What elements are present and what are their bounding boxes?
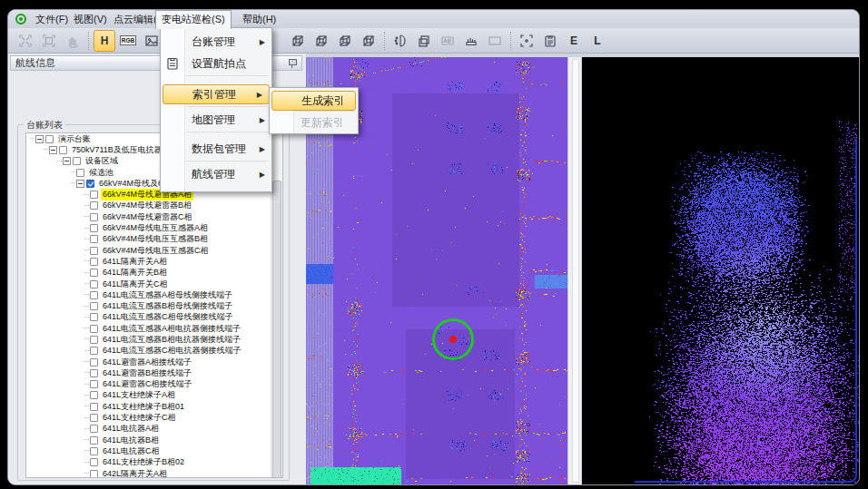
tree-item-label[interactable]: 候选池 [87,167,115,179]
tree-item-label[interactable]: 641L隔离开关B相 [101,267,169,279]
tree-item[interactable]: 66kV#4M母线避雷器C相 [26,211,282,222]
tree-checkbox[interactable] [90,201,98,210]
menu-item-route-management[interactable]: 航线管理▶ [161,164,271,184]
tree-item-label[interactable]: 641L电流互感器A相母线侧接线端子 [101,289,234,301]
tree-item-label[interactable]: 750kV711B及低压电抗器区 [70,144,173,156]
tree-item[interactable]: 641L隔离开关C相 [26,279,282,289]
tree-checkbox[interactable] [90,235,98,243]
tree-item[interactable]: 641L电抗器C相 [26,445,282,456]
depth-image-panel[interactable] [582,57,859,484]
tree-item[interactable]: 66kV#4M母线避雷器B相 [26,200,282,211]
tree-item-label[interactable]: 641L电抗器B相 [101,435,161,446]
tree-checkbox[interactable] [90,269,98,277]
tree-checkbox[interactable] [90,436,98,445]
tree-item[interactable]: 66kV#4M母线电压互感器A相 [26,222,282,233]
tree-checkbox[interactable] [90,280,98,289]
tree-item[interactable]: 641L电流互感器A相母线侧接线端子 [26,289,282,300]
tree-checkbox[interactable] [90,325,98,333]
height-color-toggle-button[interactable]: H [94,30,115,52]
cube-back-icon[interactable] [358,30,380,52]
l-tool-button[interactable]: L [587,30,608,52]
cube-inner-icon[interactable] [334,30,356,52]
tree-item[interactable]: 641L支柱绝缘子B相02 [26,457,282,468]
tree-item-label[interactable]: 66kV#4M母线电压互感器C相 [101,245,211,257]
tree-item-label[interactable]: 66kV#4M母线避雷器B相 [101,200,193,211]
menu-item-ledger-management[interactable]: 台账管理▶ [161,32,271,52]
e-tool-button[interactable]: E [563,30,585,52]
collapse-icon[interactable] [35,135,44,143]
tree-checkbox[interactable] [76,169,84,177]
tree-item[interactable]: 641L电流互感器B相母线侧接线端子 [26,300,282,311]
tree-item-label[interactable]: 演示台账 [56,133,93,145]
tree-item[interactable]: 641L电抗器B相 [26,435,282,445]
tree-item[interactable]: 641L支柱绝缘子B相01 [26,401,282,412]
tree-item-label[interactable]: 641L避雷器C相接线端子 [101,378,194,390]
tree-scrollbar-thumb[interactable] [272,181,281,478]
tree-checkbox[interactable] [90,313,98,321]
tree-checkbox[interactable] [90,414,98,422]
tree-item[interactable]: 641L支柱绝缘子C相 [26,412,282,423]
tree-item[interactable]: 641L电抗器A相 [26,424,282,435]
tree-item-label[interactable]: 642L隔离开关A相 [101,468,169,478]
tree-checkbox[interactable] [90,213,98,221]
menu-file[interactable]: 文件(F) [30,10,74,28]
tree-checkbox[interactable] [90,425,98,433]
tree-item-label[interactable]: 641L支柱绝缘子A相 [101,389,177,401]
tree-item-label[interactable]: 641L避雷器A相接线端子 [101,357,193,368]
tree-item-label[interactable]: 641L电流互感器A相电抗器侧接线端子 [101,323,242,335]
tree-checkbox[interactable] [90,336,98,344]
tree-item-label[interactable]: 641L支柱绝缘子B相01 [101,401,186,413]
tree-item[interactable]: 641L避雷器C相接线端子 [26,379,282,390]
tree-item[interactable]: 642L隔离开关A相 [26,468,282,478]
viewport-scrollbar[interactable] [567,57,582,484]
point-density-icon[interactable] [390,30,411,52]
tree-checkbox[interactable] [90,447,98,455]
collapse-icon[interactable] [63,157,71,165]
tree-checkbox[interactable] [90,391,98,399]
tree-item[interactable]: 641L电流互感器C相母线侧接线端子 [26,312,282,323]
tree-checkbox[interactable] [90,347,98,355]
tree-item-label[interactable]: 641L电流互感器B相电抗器侧接线端子 [101,334,242,346]
tree-checkbox[interactable] [73,157,81,165]
focus-target-icon[interactable] [516,30,538,52]
tree-item[interactable]: 641L电流互感器C相电抗器侧接线端子 [26,346,282,357]
tree-checkbox[interactable] [90,191,98,199]
tree-item[interactable]: 641L避雷器B相接线端子 [26,367,282,378]
menu-item-generate-index[interactable]: 生成索引 [271,91,356,111]
rect-select-icon[interactable] [484,30,506,52]
tree-item-label[interactable]: 641L隔离开关A相 [101,256,169,268]
menu-substation-inspection[interactable]: 变电站巡检(S) [155,10,232,29]
menu-item-index-management[interactable]: 索引管理▶ [163,84,270,104]
tree-checkbox[interactable] [90,403,98,411]
tree-item[interactable]: 641L避雷器A相接线端子 [26,357,282,367]
tree-checkbox[interactable] [90,258,98,266]
tree-item[interactable]: 641L支柱绝缘子A相 [26,390,282,401]
pin-icon[interactable] [289,59,297,65]
tree-item-label[interactable]: 641L支柱绝缘子B相02 [101,456,186,468]
tree-item[interactable]: 641L电流互感器B相电抗器侧接线端子 [26,334,282,345]
tree-item-label[interactable]: 641L电流互感器C相母线侧接线端子 [101,311,235,323]
menu-view[interactable]: 视图(V) [68,10,113,28]
paint-tool-icon[interactable] [460,30,482,52]
tree-item-label[interactable]: 66kV#4M母线电压互感器B相 [101,233,210,245]
tree-checkbox[interactable] [90,369,98,377]
tree-item-label[interactable]: 641L支柱绝缘子C相 [101,412,178,424]
fit-view-icon[interactable] [15,30,36,52]
tree-checkbox[interactable] [90,380,98,388]
tree-checkbox[interactable] [90,458,98,466]
layers-icon[interactable] [413,30,435,52]
flight-list-icon[interactable] [539,30,561,52]
tree-checkbox[interactable] [90,247,98,255]
tree-checkbox[interactable] [45,135,54,143]
tree-item-label[interactable]: 66kV#4M母线避雷器C相 [101,211,194,223]
menu-item-map-management[interactable]: 地图管理▶ [161,110,271,130]
tree-item[interactable]: 641L隔离开关A相 [26,256,282,267]
tree-checkbox[interactable] [86,180,94,188]
tree-item[interactable]: 641L电流互感器A相电抗器侧接线端子 [26,323,282,334]
tree-checkbox[interactable] [90,302,98,310]
tree-checkbox[interactable] [90,224,98,232]
tree-checkbox[interactable] [59,146,67,154]
depth-image-canvas[interactable] [582,57,859,484]
cube-wire-icon[interactable] [287,30,309,52]
tree-item-label[interactable]: 641L避雷器B相接线端子 [101,367,193,379]
